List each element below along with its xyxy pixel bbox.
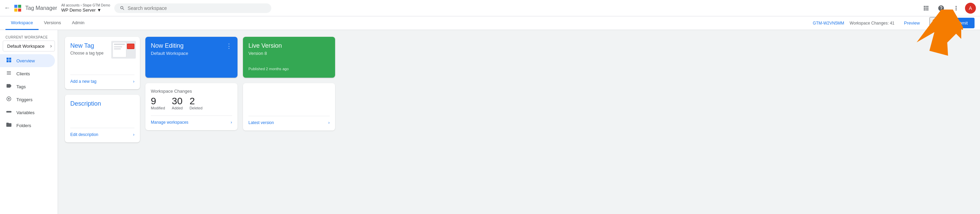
cards-row-top: New Tag Choose a tag type: [65, 37, 973, 143]
gtm-id: GTM-W2VN5MM: [813, 21, 844, 25]
main-layout: CURRENT WORKSPACE Default Workspace › Ov…: [0, 30, 980, 214]
add-new-tag-label: Add a new tag: [70, 79, 97, 84]
clients-icon: [5, 70, 12, 78]
overview-icon: [5, 57, 12, 64]
menu-button[interactable]: [929, 17, 942, 29]
svg-point-5: [8, 98, 10, 100]
search-icon: [120, 5, 125, 11]
sidebar-item-triggers[interactable]: Triggers: [0, 93, 55, 106]
manage-workspaces-link[interactable]: Manage workspaces ›: [151, 116, 232, 125]
svg-rect-1: [18, 5, 21, 8]
sidebar-item-label-tags: Tags: [16, 84, 25, 89]
workspace-name: Default Workspace: [7, 44, 45, 49]
variables-icon: [5, 109, 12, 116]
live-version-subtitle: Version 8: [248, 51, 329, 56]
chevron-right-icon-lv: ›: [328, 120, 329, 125]
avatar[interactable]: A: [965, 3, 976, 14]
more-vert-icon: [953, 5, 959, 11]
description-card: Description Edit description ›: [65, 95, 140, 143]
edit-description-label: Edit description: [70, 132, 98, 137]
live-version-published: Published 2 months ago: [248, 67, 329, 71]
sidebar-item-tags[interactable]: Tags: [0, 80, 55, 93]
empty-column: [340, 37, 973, 143]
add-new-tag-link[interactable]: Add a new tag ›: [70, 75, 134, 84]
edit-description-link[interactable]: Edit description ›: [70, 128, 134, 137]
folders-icon: [5, 122, 12, 129]
grid-icon: [923, 5, 929, 11]
breadcrumb-top: All accounts › Stape GTM Demo: [61, 3, 110, 8]
svg-rect-13: [127, 44, 134, 48]
center-column: Now Editing Default Workspace ⋮ Workspac…: [145, 37, 237, 143]
sidebar-item-label-triggers: Triggers: [16, 97, 32, 102]
left-column: New Tag Choose a tag type: [65, 37, 140, 143]
tag-thumb-svg: [111, 41, 136, 59]
help-button[interactable]: [935, 2, 947, 14]
sidebar-item-clients[interactable]: Clients: [0, 67, 55, 80]
sub-nav: Workspace Versions Admin GTM-W2VN5MM Wor…: [0, 16, 980, 30]
menu-icon: [932, 20, 939, 27]
tag-thumbnail: [111, 41, 136, 60]
chevron-right-icon: ›: [133, 79, 134, 84]
current-workspace-label: CURRENT WORKSPACE: [0, 33, 58, 41]
tab-admin[interactable]: Admin: [67, 16, 90, 30]
sub-nav-tabs: Workspace Versions Admin: [5, 16, 813, 30]
now-editing-menu-button[interactable]: ⋮: [226, 42, 232, 50]
workspace-changes-count: Workspace Changes: 41: [850, 21, 894, 25]
now-editing-subtitle: Default Workspace: [151, 51, 188, 56]
deleted-stat: 2 Deleted: [189, 97, 202, 110]
live-version-card: Live Version Version 8 Published 2 month…: [243, 37, 335, 78]
sidebar-item-overview[interactable]: Overview: [0, 54, 55, 67]
apps-button[interactable]: [920, 2, 932, 14]
sidebar-item-folders[interactable]: Folders: [0, 119, 55, 132]
dropdown-arrow-icon: ▼: [97, 8, 101, 13]
sidebar-item-label-folders: Folders: [16, 123, 31, 128]
workspace-changes-stats: 9 Modified 30 Added 2 Deleted: [151, 97, 232, 110]
search-bar[interactable]: [114, 3, 271, 13]
description-title: Description: [70, 100, 101, 107]
deleted-value: 2: [189, 97, 195, 106]
sidebar-item-label-variables: Variables: [16, 110, 35, 115]
sidebar-item-label-overview: Overview: [16, 58, 35, 63]
modified-value: 9: [151, 97, 156, 106]
chevron-right-icon: ›: [50, 43, 52, 49]
added-value: 30: [172, 97, 183, 106]
tab-workspace[interactable]: Workspace: [5, 16, 38, 30]
workspace-changes-card: Workspace Changes 9 Modified 30 Added 2: [145, 83, 237, 130]
breadcrumb-area: All accounts › Stape GTM Demo WP Demo Se…: [61, 3, 110, 13]
account-name: WP Demo Server: [61, 8, 95, 13]
now-editing-text: Now Editing Default Workspace: [151, 42, 188, 56]
svg-rect-10: [114, 46, 122, 48]
latest-version-link[interactable]: Latest version ›: [248, 116, 329, 125]
sidebar: CURRENT WORKSPACE Default Workspace › Ov…: [0, 30, 58, 214]
svg-rect-6: [6, 111, 11, 113]
modified-label: Modified: [151, 106, 165, 110]
sub-nav-right: GTM-W2VN5MM Workspace Changes: 41 Previe…: [813, 17, 975, 29]
now-editing-card: Now Editing Default Workspace ⋮: [145, 37, 237, 78]
modified-stat: 9 Modified: [151, 97, 165, 110]
svg-rect-2: [14, 8, 18, 11]
tags-icon: [5, 83, 12, 90]
workspace-selector[interactable]: Default Workspace ›: [3, 41, 55, 51]
latest-version-card: Latest version ›: [243, 83, 335, 130]
preview-button[interactable]: Preview: [900, 18, 924, 28]
svg-rect-11: [114, 48, 121, 49]
svg-rect-9: [114, 44, 125, 45]
top-bar-actions: A: [920, 2, 976, 14]
added-stat: 30 Added: [172, 97, 183, 110]
app-name: Tag Manager: [25, 5, 57, 11]
live-version-title: Live Version: [248, 42, 329, 49]
deleted-label: Deleted: [189, 106, 202, 110]
manage-workspaces-label: Manage workspaces: [151, 120, 188, 125]
search-input[interactable]: [127, 5, 266, 11]
account-selector[interactable]: WP Demo Server ▼: [61, 8, 110, 13]
chevron-right-icon-desc: ›: [133, 132, 134, 137]
more-options-button[interactable]: [950, 2, 962, 14]
tab-versions[interactable]: Versions: [38, 16, 67, 30]
added-label: Added: [172, 106, 183, 110]
svg-rect-0: [14, 5, 18, 8]
now-editing-title: Now Editing: [151, 42, 188, 49]
triggers-icon: [5, 96, 12, 103]
submit-button[interactable]: Submit: [947, 18, 975, 28]
back-button[interactable]: ←: [4, 5, 10, 11]
sidebar-item-variables[interactable]: Variables: [0, 106, 55, 119]
